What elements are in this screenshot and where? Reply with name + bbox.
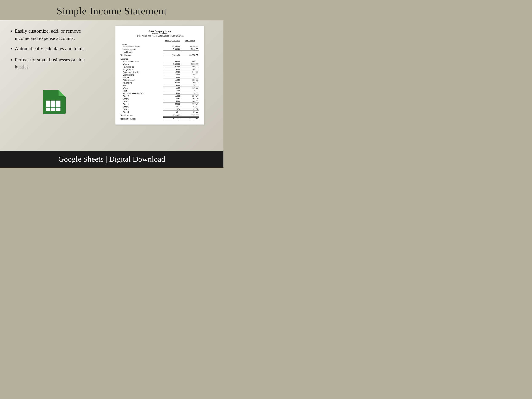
company-name: Enter Company Name [120,30,199,33]
expense-col1-20: 14.44 [163,111,181,113]
footer-text: Google Sheets | Digital Download [7,155,216,164]
income-label: Income [120,43,199,45]
expense-label-2: Wages [120,63,163,65]
income-row-3: Rent Income - - [120,51,199,53]
expense-col1-3: 250.00 [163,66,181,68]
expense-col2-3: 500.00 [181,66,199,68]
expense-label-6: Commissions [120,74,163,76]
list-item: Easily customize, add, or remove income … [11,27,96,42]
icon-container [11,84,96,114]
expense-col1-13: 38.00 [163,92,181,95]
expense-col1-16: 150.00 [163,100,181,103]
expense-col1-11: 55.00 [163,87,181,89]
expense-col1-12: 15.00 [163,89,181,92]
expense-col2-18: 92.42 [181,106,199,108]
expense-col1-10: 85.00 [163,84,181,87]
expense-col1-18: 46.21 [163,106,181,108]
total-income-row: Total Income 21,000.00 34,670.32 [120,54,199,56]
main-content: Easily customize, add, or remove income … [0,20,223,151]
expense-col2-7: 90.00 [181,76,199,79]
expense-col2-8: 220.00 [181,79,199,81]
expense-label-1: Material Purchased [120,60,163,63]
net-profit-label: Net Profit (Loss) [120,118,163,120]
expense-label-5: Retirement Benefits [120,71,163,73]
income-row-3-col2: - [181,51,199,53]
expense-col2-5: 244.00 [181,71,199,73]
google-sheets-icon [41,84,66,114]
expense-row-2: Wages 1,500.00 3,000.00 [120,63,199,65]
expense-label-16: Other 3 [120,100,163,102]
income-row-3-col1: - [163,51,181,53]
income-row-2-col2: 9,520.00 [181,48,199,51]
expense-col2-12: 30.00 [181,89,199,92]
svg-rect-0 [46,100,61,111]
bullet-text-1: Easily customize, add, or remove income … [15,27,96,42]
expense-row-19: Other 6 18.76 37.52 [120,108,199,111]
expense-label-14: Other 1 [120,95,163,97]
expense-label-7: Internet [120,76,163,79]
expense-col1-6: 83.00 [163,74,181,76]
expense-col1-9: 235.00 [163,82,181,84]
expense-row-4: Fringe Benefit 150.00 300.00 [120,68,199,71]
expense-col2-16: 300.00 [181,100,199,103]
list-item: Automatically calculates and totals. [11,45,96,53]
expense-label: Expense [120,58,199,60]
expense-col1-1: 300.00 [163,60,181,63]
income-row-1-col2: 25,150.32 [181,45,199,48]
total-expense-col1: 3,783.83 [163,114,181,116]
expense-row-7: Internet 45.00 90.00 [120,76,199,79]
doc-subtitle: Income Statement [120,33,199,35]
footer: Google Sheets | Digital Download [0,151,223,168]
income-row-1: Merchandise Income 12,000.00 25,150.32 [120,45,199,48]
expense-label-13: Meals and Entertainment [120,92,163,95]
expense-label-10: Electric [120,84,163,87]
left-panel: Easily customize, add, or remove income … [11,26,96,146]
expense-col2-11: 110.00 [181,87,199,89]
income-row-2: Service Income 9,000.00 9,520.00 [120,48,199,51]
expense-row-3: Payroll Taxes 250.00 500.00 [120,66,199,68]
expense-col2-20: 28.88 [181,111,199,113]
col1-header: February 28, 2022 [163,39,181,42]
right-panel: Enter Company Name Income Statement For … [103,26,216,146]
bullet-text-2: Automatically calculates and totals. [15,45,86,52]
expense-col2-19: 37.52 [181,108,199,111]
expense-row-13: Meals and Entertainment 38.00 76.00 [120,92,199,95]
expense-col2-17: 606.24 [181,103,199,105]
expense-col2-13: 76.00 [181,92,199,95]
expense-col2-9: 300.00 [181,82,199,84]
total-expense-row: Total Expense 3,783.83 7,397.66 [120,114,199,116]
expense-row-16: Other 3 150.00 300.00 [120,100,199,103]
expense-col1-14: 112.32 [163,95,181,97]
expense-row-8: Office Supplies 110.00 220.00 [120,79,199,81]
expense-label-3: Payroll Taxes [120,66,163,68]
net-profit-row: Net Profit (Loss) 17,216.17 27,272.66 [120,117,199,120]
expense-row-20: Other 7 14.44 28.88 [120,111,199,113]
page-title: Simple Income Statement [7,5,216,17]
expense-col1-4: 150.00 [163,68,181,71]
expense-col1-5: 122.00 [163,71,181,73]
net-profit-col1: 17,216.17 [163,117,181,120]
doc-period: For the Month and Year-to-Date Ended Feb… [120,35,199,37]
expense-col1-19: 18.76 [163,108,181,111]
header: Simple Income Statement [0,0,223,20]
expense-row-15: Other 2 150.98 301.96 [120,98,199,100]
expense-col2-14: 224.64 [181,95,199,97]
income-row-2-col1: 9,000.00 [163,48,181,51]
expense-label-11: Water [120,87,163,89]
income-row-1-col1: 12,000.00 [163,45,181,48]
feature-list: Easily customize, add, or remove income … [11,27,96,74]
expense-col1-15: 150.98 [163,98,181,100]
bullet-text-3: Perfect for small businesses or side hus… [15,56,96,70]
expense-col1-2: 1,500.00 [163,63,181,65]
income-row-3-label: Rent Income [120,51,163,53]
expense-col2-15: 301.96 [181,98,199,100]
expense-label-20: Other 7 [120,111,163,113]
col2-header: Year-to-Date [181,39,199,42]
column-headers: February 28, 2022 Year-to-Date [120,39,199,42]
expense-row-18: Other 5 46.21 92.42 [120,106,199,108]
income-row-1-label: Merchandise Income [120,45,163,48]
total-income-col1: 21,000.00 [163,54,181,56]
expense-row-14: Other 1 112.32 224.64 [120,95,199,97]
expense-row-6: Commissions 83.00 166.00 [120,74,199,76]
expense-row-11: Water 55.00 110.00 [120,87,199,89]
